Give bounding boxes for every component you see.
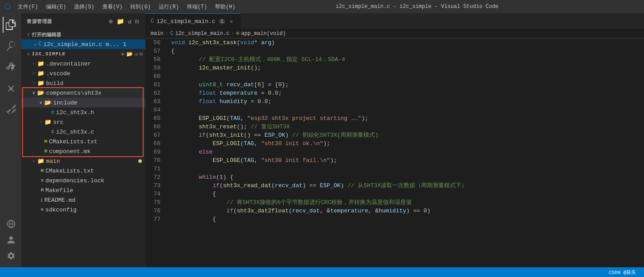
line-num-76: 76 (145, 207, 168, 215)
open-editors-label: 打开的编辑器 (32, 31, 145, 38)
tree-item-i2c-sht3x-c[interactable]: C i2c_sht3x.c (21, 127, 145, 137)
code-line-56: 56 void i2c_sht3x_task(void* arg) (145, 38, 644, 47)
status-csdn: CSDN @获失 (606, 269, 639, 276)
line-content-60 (168, 72, 644, 81)
tree-item-makefile[interactable]: M Makefile (21, 185, 145, 195)
project-new-folder-icon[interactable]: 📂 (126, 51, 133, 58)
open-editors-section[interactable]: ∨ 打开的编辑器 (21, 30, 145, 39)
tree-item-components-sht3x[interactable]: ∨ 📂 components\sht3x (21, 88, 145, 98)
code-line-59: 59 i2c_master_init(); (145, 64, 644, 72)
svg-point-0 (10, 87, 12, 90)
tree-item-main[interactable]: › 📁 main (21, 156, 145, 166)
code-line-63: 63 float humidity = 0.0; (145, 97, 644, 106)
tab-close-button[interactable]: ✕ (228, 18, 235, 25)
activity-bar (0, 13, 21, 267)
devcontainer-label: .devcontainer (46, 61, 145, 67)
window-title: i2c_simple_main.c - i2c_simple - Visual … (336, 4, 498, 10)
code-line-61: 61 uint8_t recv_dat[6] = {0}; (145, 81, 644, 89)
project-new-file-icon[interactable]: ⊕ (121, 51, 124, 58)
vscode-logo-icon: ⬡ (4, 2, 11, 11)
breadcrumb-sep2: › (231, 31, 234, 37)
build-label: build (46, 80, 145, 87)
line-content-71 (168, 165, 644, 173)
breadcrumb: main › C i2c_simple_main.c › ⊙ app_main(… (145, 29, 644, 38)
new-folder-icon[interactable]: 📁 (116, 17, 125, 26)
activity-git-icon[interactable] (3, 59, 19, 75)
breadcrumb-sep1: › (165, 31, 168, 37)
menu-bar: 文件(F) 编辑(E) 选择(S) 查看(V) 转到(G) 运行(R) 终端(T… (14, 2, 239, 12)
c-source-icon: C (51, 129, 55, 135)
new-file-icon[interactable]: ⊕ (108, 17, 114, 26)
tree-item-build[interactable]: › 📁 build (21, 78, 145, 88)
tree-item-cmakelists-root[interactable]: M CMakeLists.txt (21, 166, 145, 176)
project-refresh-icon[interactable]: ↺ (135, 51, 138, 58)
code-line-76: 76 if(sht3x_dat2float(recv_dat, &tempera… (145, 207, 644, 215)
code-line-64: 64 (145, 106, 644, 114)
devcontainer-folder-icon: 📁 (37, 60, 44, 67)
breadcrumb-func[interactable]: app_main(void) (241, 31, 286, 37)
tree-item-cmakelists-comp[interactable]: M CMakeLists.txt (21, 137, 145, 146)
breadcrumb-main[interactable]: main (151, 31, 164, 37)
open-editors-arrow: ∨ (25, 32, 32, 37)
line-content-58: // 配置I2C0-主机模式，400K，指定 SCL-14，SDA-4 (168, 55, 644, 64)
include-arrow: ∨ (37, 100, 44, 105)
project-header-actions: ⊕ 📂 ↺ ⊟ (121, 51, 143, 58)
line-content-77: { (168, 215, 644, 223)
menu-edit[interactable]: 编辑(E) (43, 2, 70, 12)
line-num-60: 60 (145, 72, 168, 81)
sdkconfig-label: sdkconfig (46, 207, 145, 213)
readme-label: README.md (44, 197, 145, 204)
tree-item-component-mk[interactable]: M component.mk (21, 146, 145, 156)
tree-item-sdkconfig[interactable]: ≡ sdkconfig (21, 205, 145, 215)
project-collapse-icon[interactable]: ⊟ (140, 51, 143, 58)
close-editor-icon[interactable]: ✕ (34, 42, 37, 47)
tree-item-i2c-sht3x-h[interactable]: C i2c_sht3x.h (21, 108, 145, 117)
activity-account-icon[interactable] (3, 232, 19, 248)
line-content-62: float temperature = 0.0; (168, 89, 644, 97)
activity-settings-icon[interactable] (3, 248, 19, 264)
breadcrumb-func-icon: ⊙ (236, 30, 239, 37)
tab-i2c-simple-main[interactable]: C i2c_simple_main.c 1 ✕ (145, 13, 241, 29)
collapse-icon[interactable]: ⊟ (134, 17, 140, 26)
menu-terminal[interactable]: 终端(T) (183, 2, 211, 12)
activity-search-icon[interactable] (3, 38, 19, 54)
tree-item-vscode[interactable]: › 📁 .vscode (21, 69, 145, 78)
line-num-69: 69 (145, 148, 168, 156)
activity-extensions-icon[interactable] (3, 102, 19, 118)
code-line-77: 77 { (145, 215, 644, 223)
cmakelists-comp-label: CMakeLists.txt (49, 138, 145, 145)
tree-item-src[interactable]: › 📁 src (21, 117, 145, 127)
status-bar: CSDN @获失 (0, 267, 644, 277)
c-header-icon: C (51, 110, 55, 115)
tree-item-dependencies[interactable]: ≡ dependencies.lock (21, 176, 145, 185)
code-editor[interactable]: 56 void i2c_sht3x_task(void* arg) 57 { 5… (145, 38, 644, 267)
mk-icon: M (44, 149, 47, 154)
activity-run-icon[interactable] (3, 81, 19, 96)
dependencies-label: dependencies.lock (46, 177, 145, 184)
refresh-icon[interactable]: ↺ (127, 17, 133, 26)
menu-goto[interactable]: 转到(G) (127, 2, 154, 12)
cmake-icon-comp: M (44, 139, 47, 144)
code-line-68: 68 ESP_LOGI(TAG, "sht30 init ok.\n"); (145, 139, 644, 148)
component-mk-label: component.mk (49, 148, 145, 155)
line-num-58: 58 (145, 55, 168, 64)
active-editor-file[interactable]: ✕ C i2c_simple_main.c m... 1 (21, 39, 145, 49)
makefile-label: Makefile (46, 187, 145, 194)
line-num-64: 64 (145, 106, 168, 114)
components-arrow: ∨ (30, 90, 37, 96)
menu-help[interactable]: 帮助(H) (211, 2, 239, 12)
code-line-72: 72 while(1) { (145, 173, 644, 181)
project-header[interactable]: ∨ I2C_SIMPLE ⊕ 📂 ↺ ⊟ (21, 49, 145, 59)
menu-file[interactable]: 文件(F) (14, 2, 42, 12)
tree-item-readme[interactable]: ℹ README.md (21, 195, 145, 205)
menu-run[interactable]: 运行(R) (155, 2, 183, 12)
breadcrumb-file[interactable]: i2c_simple_main.c (175, 31, 229, 37)
menu-select[interactable]: 选择(S) (70, 2, 98, 12)
activity-explorer-icon[interactable] (3, 17, 19, 33)
tree-item-devcontainer[interactable]: › 📁 .devcontainer (21, 59, 145, 69)
tree-item-include[interactable]: ∨ 📂 include (21, 98, 145, 108)
menu-view[interactable]: 查看(V) (99, 2, 126, 12)
activity-remote-icon[interactable] (3, 216, 19, 232)
line-num-68: 68 (145, 139, 168, 148)
tab-bar: C i2c_simple_main.c 1 ✕ (145, 13, 644, 29)
